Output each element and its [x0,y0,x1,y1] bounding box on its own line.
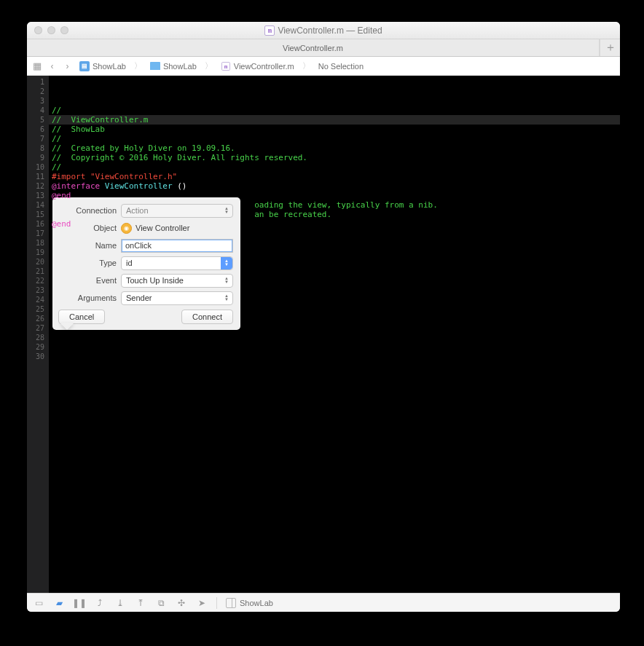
related-items-icon[interactable]: ▦ [31,60,42,71]
folder-icon [150,62,160,70]
project-icon: ▤ [79,61,90,71]
name-label: Name [58,241,117,250]
code-line: // [52,106,617,115]
step-over-icon[interactable]: ⤴ [94,597,106,609]
arguments-label: Arguments [58,294,117,302]
jump-bar: ▦ ‹ › ▤ ShowLab 〉 ShowLab 〉 m ViewContro… [27,57,620,76]
code-line: #import "ViewController.h" [52,172,617,181]
file-type-icon: m [221,62,230,71]
code-line: // Created by Holy Diver on 19.09.16. [52,143,617,153]
arguments-value: Sender [126,294,152,302]
code-line: // [52,162,617,172]
code-line: oading the view, typically from a nib. [52,200,617,210]
view-debug-icon[interactable]: ⧉ [155,597,167,609]
file-type-icon: m [264,25,275,36]
code-line: // ShowLab [52,125,617,134]
nav-forward-button[interactable]: › [62,61,73,71]
window-title-text: ViewController.m — Edited [278,25,382,36]
event-select[interactable]: Touch Up Inside ▲▼ [121,274,233,288]
plus-icon: ＋ [605,40,616,55]
breadcrumb-folder[interactable]: ShowLab [148,60,199,72]
line-gutter: 1 2 3 4 5 6 7 8 9 10 11 12 13 14 15 16 1… [27,76,49,593]
breadcrumb-label: ShowLab [93,62,126,71]
stepper-icon: ▲▼ [221,275,232,287]
code-line: // ViewController.m [52,115,617,125]
memory-graph-icon[interactable]: ✣ [176,597,187,609]
breadcrumb-file[interactable]: m ViewController.m [219,60,297,73]
tab-bar: ViewController.m ＋ [27,39,620,57]
debug-bar: ▭ ▰ ❚❚ ⤴ ⤓ ⤒ ⧉ ✣ ➤ ShowLab [27,593,620,612]
breadcrumb-label: ShowLab [163,62,197,71]
step-into-icon[interactable]: ⤓ [114,597,126,609]
xcode-window: m ViewController.m — Edited ViewControll… [27,22,620,612]
scheme-label: ShowLab [240,599,273,607]
source-editor[interactable]: 1 2 3 4 5 6 7 8 9 10 11 12 13 14 15 16 1… [27,76,620,593]
code-line: @interface ViewController () [52,181,617,191]
stepper-icon: ▲▼ [221,292,232,304]
type-select[interactable]: id ▲▼ [121,256,233,270]
breadcrumb-label: No Selection [318,62,364,71]
code-line: an be recreated. [52,210,617,219]
type-label: Type [58,259,117,267]
code-line: @end [52,219,617,229]
location-icon[interactable]: ➤ [196,597,208,609]
breadcrumb-sep: 〉 [205,60,213,71]
traffic-lights [27,26,68,34]
code-area[interactable]: //// ViewController.m// ShowLab//// Crea… [49,76,620,593]
tab-viewcontroller-m[interactable]: ViewController.m [27,39,600,56]
cancel-label: Cancel [69,312,94,321]
titlebar: m ViewController.m — Edited [27,22,620,39]
breadcrumb-sep: 〉 [302,60,310,71]
window-title: m ViewController.m — Edited [27,25,620,36]
step-out-icon[interactable]: ⤒ [135,597,146,609]
scheme-icon [226,598,236,608]
code-line: @end [52,191,617,200]
breadcrumb-label: ViewController.m [234,62,294,71]
zoom-window-button[interactable] [60,26,68,34]
scheme-selector[interactable]: ShowLab [226,598,273,608]
breadcrumb-project[interactable]: ▤ ShowLab [77,60,128,73]
divider [216,597,217,609]
stepper-icon: ▲▼ [221,257,232,269]
code-line: // [52,134,617,143]
breadcrumb-sep: 〉 [134,60,142,71]
connect-label: Connect [192,312,222,321]
minimize-window-button[interactable] [47,26,55,34]
cancel-button[interactable]: Cancel [58,310,105,324]
name-input[interactable]: onClick [121,239,233,253]
nav-back-button[interactable]: ‹ [47,61,58,71]
event-label: Event [58,276,117,285]
code-line: // Copyright © 2016 Holy Diver. All righ… [52,153,617,162]
event-value: Touch Up Inside [126,276,184,285]
pause-icon[interactable]: ❚❚ [74,597,85,609]
tab-label: ViewController.m [283,44,343,52]
connect-button[interactable]: Connect [181,310,233,324]
breakpoint-flag-icon[interactable]: ▰ [53,597,65,609]
close-window-button[interactable] [34,26,42,34]
name-value: onClick [125,241,152,250]
panel-icon[interactable]: ▭ [33,597,44,609]
breadcrumb-symbol[interactable]: No Selection [316,60,366,72]
type-value: id [126,259,133,267]
arguments-select[interactable]: Sender ▲▼ [121,291,233,305]
new-tab-button[interactable]: ＋ [600,39,620,56]
